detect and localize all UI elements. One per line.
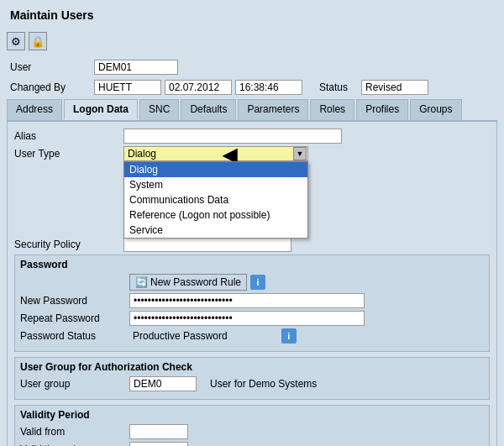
time-input[interactable] <box>235 80 302 95</box>
user-label: User <box>10 61 94 73</box>
password-status-row: Password Status Productive Password i <box>20 328 484 344</box>
page-title: Maintain Users <box>7 7 497 24</box>
password-status-label: Password Status <box>20 330 129 342</box>
new-password-rule-button[interactable]: 🔄 New Password Rule <box>129 274 247 291</box>
user-type-select[interactable]: Dialog ▼ <box>123 146 308 161</box>
new-pwd-rule-row: 🔄 New Password Rule i <box>20 274 484 291</box>
tab-snc[interactable]: SNC <box>139 99 179 120</box>
valid-through-row: Valid through <box>20 442 484 446</box>
pwd-rule-icon: 🔄 <box>135 276 148 288</box>
dropdown-item-service[interactable]: Service <box>124 223 307 238</box>
tab-profiles[interactable]: Profiles <box>356 99 408 120</box>
new-password-label: New Password <box>20 295 129 307</box>
user-type-select-container: Dialog ▼ Dialog System Communications Da… <box>123 146 308 161</box>
user-type-selected-value: Dialog <box>128 148 156 160</box>
user-group-section-title: User Group for Authorization Check <box>20 361 484 373</box>
changed-by-row: Changed By Status <box>7 79 497 96</box>
repeat-password-row: Repeat Password <box>20 311 484 326</box>
dropdown-item-communications[interactable]: Communications Data <box>124 192 307 207</box>
validity-section: Validity Period Valid from Valid through <box>14 405 490 446</box>
toolbar: ⚙ 🔒 <box>7 30 497 52</box>
valid-from-row: Valid from <box>20 424 484 439</box>
tab-content: Alias User Type Dialog ▼ Dialog System C… <box>7 122 497 446</box>
tabs: Address Logon Data SNC Defaults Paramete… <box>7 99 497 122</box>
valid-from-input[interactable] <box>129 424 188 439</box>
security-policy-row: Security Policy <box>14 237 490 252</box>
changed-by-label: Changed By <box>10 81 94 93</box>
alias-label: Alias <box>14 130 123 142</box>
password-info-icon[interactable]: i <box>250 275 265 290</box>
alias-row: Alias <box>14 129 490 144</box>
user-group-description: User for Demo Systems <box>207 377 320 391</box>
dropdown-item-dialog[interactable]: Dialog <box>124 162 307 177</box>
dropdown-item-reference[interactable]: Reference (Logon not possible) <box>124 207 307 223</box>
new-password-input[interactable] <box>129 293 365 308</box>
alias-input[interactable] <box>123 129 342 144</box>
tab-logon-data[interactable]: Logon Data <box>64 99 138 120</box>
dropdown-arrow-icon[interactable]: ▼ <box>293 147 307 160</box>
tab-roles[interactable]: Roles <box>310 99 354 120</box>
validity-section-title: Validity Period <box>20 409 484 421</box>
security-policy-label: Security Policy <box>14 239 123 250</box>
user-input[interactable] <box>94 60 178 75</box>
config-icon[interactable]: ⚙ <box>7 32 25 50</box>
tab-defaults[interactable]: Defaults <box>181 99 236 120</box>
user-type-dropdown: Dialog System Communications Data Refere… <box>123 161 308 239</box>
header-section: User Changed By Status <box>7 59 497 96</box>
password-section: Password 🔄 New Password Rule i New Passw… <box>14 254 490 352</box>
new-password-row: New Password <box>20 293 484 308</box>
security-policy-input[interactable] <box>123 237 291 252</box>
password-status-info-icon[interactable]: i <box>281 328 297 344</box>
tab-parameters[interactable]: Parameters <box>238 99 308 120</box>
user-group-input[interactable] <box>129 376 197 391</box>
user-group-section: User Group for Authorization Check User … <box>14 357 490 400</box>
status-input[interactable] <box>361 80 428 95</box>
dropdown-item-system[interactable]: System <box>124 177 307 192</box>
password-status-value: Productive Password <box>129 329 231 343</box>
user-row: User <box>7 59 497 76</box>
lock-icon[interactable]: 🔒 <box>29 32 47 50</box>
password-section-title: Password <box>20 259 484 270</box>
changed-by-input[interactable] <box>94 80 161 95</box>
tab-address[interactable]: Address <box>7 99 62 120</box>
new-pwd-rule-label: New Password Rule <box>150 276 241 288</box>
valid-from-label: Valid from <box>20 426 129 438</box>
repeat-password-label: Repeat Password <box>20 312 129 324</box>
user-type-row: User Type Dialog ▼ Dialog System Communi… <box>14 146 490 161</box>
tab-groups[interactable]: Groups <box>410 99 461 120</box>
user-type-label: User Type <box>14 148 123 160</box>
date-input[interactable] <box>165 80 232 95</box>
user-group-row: User group User for Demo Systems <box>20 376 484 391</box>
valid-through-input[interactable] <box>129 442 188 446</box>
repeat-password-input[interactable] <box>129 311 365 326</box>
main-window: Maintain Users ⚙ 🔒 User Changed By Statu… <box>0 0 504 446</box>
user-group-label: User group <box>20 378 129 390</box>
status-label: Status <box>319 81 361 93</box>
